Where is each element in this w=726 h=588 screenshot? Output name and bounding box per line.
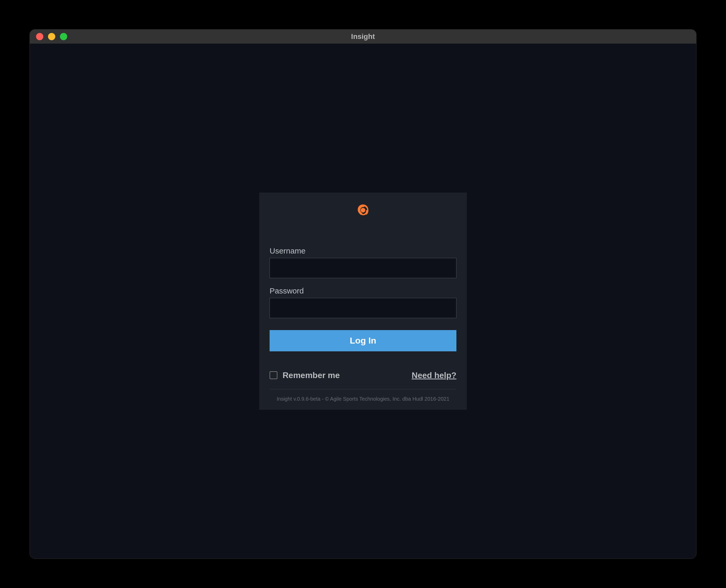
svg-point-0 — [361, 208, 365, 212]
logo-container — [270, 204, 456, 218]
password-field-group: Password — [270, 287, 456, 318]
close-icon[interactable] — [36, 33, 43, 40]
hudl-logo-icon — [356, 204, 370, 218]
minimize-icon[interactable] — [48, 33, 55, 40]
username-input[interactable] — [270, 258, 456, 278]
content-area: Username Password Log In Remember me Nee… — [30, 44, 696, 559]
password-label: Password — [270, 287, 456, 295]
username-label: Username — [270, 247, 456, 255]
traffic-lights — [36, 33, 67, 40]
window-title: Insight — [351, 33, 375, 41]
remember-checkbox[interactable] — [270, 371, 277, 379]
help-link[interactable]: Need help? — [412, 371, 456, 380]
footer-text: Insight v.0.9.6-beta - © Agile Sports Te… — [270, 396, 456, 402]
app-window: Insight Username Password — [29, 29, 697, 559]
titlebar: Insight — [30, 29, 696, 44]
password-input[interactable] — [270, 298, 456, 318]
remember-group: Remember me — [270, 371, 340, 380]
username-field-group: Username — [270, 247, 456, 278]
login-button[interactable]: Log In — [270, 330, 456, 351]
options-row: Remember me Need help? — [270, 371, 456, 389]
login-panel: Username Password Log In Remember me Nee… — [259, 192, 467, 410]
maximize-icon[interactable] — [60, 33, 67, 40]
remember-label[interactable]: Remember me — [282, 371, 340, 380]
